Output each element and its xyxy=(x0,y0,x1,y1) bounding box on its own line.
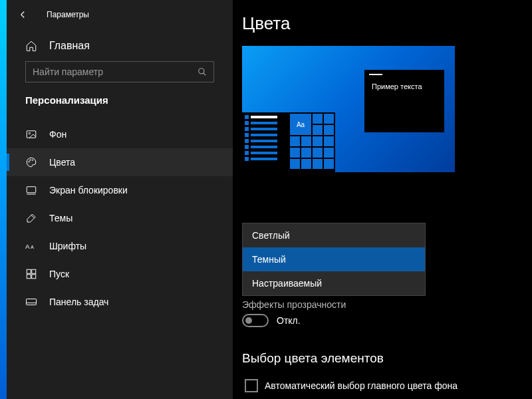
svg-rect-11 xyxy=(27,275,31,279)
picture-icon xyxy=(25,128,37,140)
transparency-heading-partial: Эффекты прозрачности xyxy=(242,299,346,310)
svg-rect-13 xyxy=(27,299,37,305)
preview-window-accent-bar xyxy=(369,74,382,75)
color-preview: Пример текста Aa xyxy=(242,46,455,172)
transparency-toggle[interactable] xyxy=(242,314,269,327)
preview-tile-aa: Aa xyxy=(290,114,311,135)
sidebar-header: Параметры xyxy=(7,0,233,33)
home-nav-item[interactable]: Главная xyxy=(7,33,233,61)
svg-point-4 xyxy=(30,160,31,161)
preview-start-list xyxy=(242,112,289,172)
search-wrap: Найти параметр xyxy=(7,61,233,94)
themes-icon xyxy=(25,212,37,224)
settings-sidebar: Параметры Главная Найти параметр Персона… xyxy=(7,0,233,399)
search-icon xyxy=(198,67,207,76)
svg-text:A: A xyxy=(31,245,34,249)
back-button[interactable] xyxy=(16,8,29,21)
window-accent-strip xyxy=(0,0,7,399)
section-label: Персонализация xyxy=(7,94,233,120)
svg-point-3 xyxy=(29,162,30,163)
sidebar-item-fonts[interactable]: AA Шрифты xyxy=(7,232,233,260)
svg-text:A: A xyxy=(25,243,30,250)
sidebar-item-colors[interactable]: Цвета xyxy=(7,148,233,176)
sidebar-item-start[interactable]: Пуск xyxy=(7,260,233,288)
sidebar-item-themes[interactable]: Темы xyxy=(7,204,233,232)
sidebar-item-label: Пуск xyxy=(49,269,69,279)
sidebar-item-label: Темы xyxy=(49,213,72,223)
transparency-toggle-row: Откл. xyxy=(242,314,301,327)
auto-accent-row: Автоматический выбор главного цвета фона xyxy=(245,379,458,392)
sidebar-nav: Фон Цвета Экран блокировки Темы AA Шрифт… xyxy=(7,120,233,316)
page-title: Цвета xyxy=(242,13,512,34)
sidebar-item-label: Экран блокировки xyxy=(49,185,128,196)
auto-accent-checkbox[interactable] xyxy=(245,379,258,392)
transparency-state-label: Откл. xyxy=(277,315,301,326)
sidebar-item-label: Панель задач xyxy=(49,297,108,307)
taskbar-icon xyxy=(25,296,37,308)
fonts-icon: AA xyxy=(25,240,37,252)
sidebar-item-label: Цвета xyxy=(49,157,75,168)
preview-taskbar: Aa xyxy=(242,112,455,172)
sidebar-item-background[interactable]: Фон xyxy=(7,120,233,148)
toggle-knob xyxy=(245,317,252,324)
auto-accent-label: Автоматический выбор главного цвета фона xyxy=(265,380,458,391)
dropdown-option-light[interactable]: Светлый xyxy=(243,223,425,247)
home-icon xyxy=(25,40,37,52)
sidebar-item-label: Фон xyxy=(49,129,66,140)
svg-rect-1 xyxy=(27,131,36,138)
palette-icon xyxy=(25,156,37,168)
svg-rect-10 xyxy=(32,269,36,273)
accent-section-heading: Выбор цвета элементов xyxy=(242,351,384,366)
svg-rect-12 xyxy=(32,275,36,279)
dropdown-option-dark[interactable]: Темный xyxy=(243,247,425,271)
content-pane: Цвета Пример текста Aa xyxy=(233,0,532,399)
sidebar-item-label: Шрифты xyxy=(49,241,86,251)
sidebar-item-lockscreen[interactable]: Экран блокировки xyxy=(7,176,233,204)
home-label: Главная xyxy=(49,40,90,52)
color-mode-dropdown[interactable]: Светлый Темный Настраиваемый xyxy=(242,223,426,296)
svg-point-0 xyxy=(199,68,204,74)
arrow-left-icon xyxy=(17,9,29,21)
svg-rect-9 xyxy=(27,269,31,273)
search-placeholder: Найти параметр xyxy=(33,66,103,77)
search-input[interactable]: Найти параметр xyxy=(25,61,214,82)
preview-start-tiles: Aa xyxy=(289,112,335,172)
svg-point-5 xyxy=(32,160,33,161)
dropdown-option-custom[interactable]: Настраиваемый xyxy=(243,271,425,295)
svg-point-2 xyxy=(29,132,30,134)
app-title: Параметры xyxy=(47,10,89,19)
lockscreen-icon xyxy=(25,184,37,196)
sidebar-item-taskbar[interactable]: Панель задач xyxy=(7,288,233,316)
start-icon xyxy=(25,268,37,280)
svg-rect-6 xyxy=(27,187,36,193)
